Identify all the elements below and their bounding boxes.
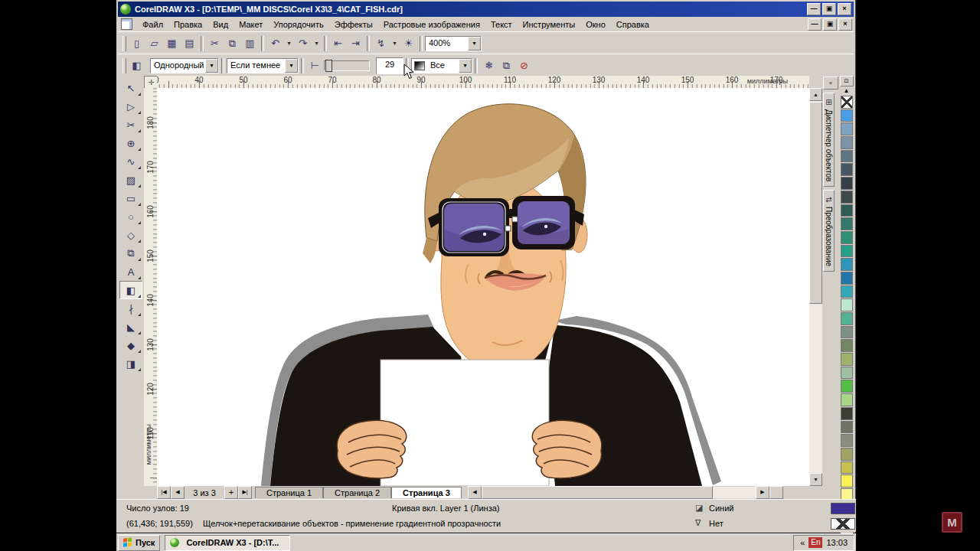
docker-tab[interactable]: ⊞ Диспетчер объектов	[823, 93, 835, 187]
interactive-fill-tool[interactable]: ◨	[119, 354, 142, 373]
palette-swatch[interactable]	[841, 109, 853, 122]
menu-item[interactable]: Растровые изображения	[378, 18, 485, 31]
transparency-tool-icon[interactable]: ◧	[128, 57, 145, 74]
freeze-transparency-icon[interactable]: ❄	[480, 57, 498, 74]
print-icon[interactable]: ▤	[181, 35, 198, 52]
transparency-target-combo[interactable]: Все ▾	[411, 58, 472, 73]
palette-swatch[interactable]	[841, 353, 853, 366]
propbar-grip[interactable]	[122, 58, 126, 73]
collapse-dockers-icon[interactable]: «	[823, 77, 838, 90]
zoom-tool[interactable]: ⊕	[119, 134, 142, 152]
outline-tool[interactable]: ◣	[119, 318, 142, 336]
palette-swatch[interactable]	[841, 136, 853, 149]
palette-swatch[interactable]	[841, 163, 853, 176]
hscroll-left-icon[interactable]: ◀	[468, 486, 482, 499]
docker-tab[interactable]: ⇄ Преобразование	[823, 190, 835, 272]
palette-swatch[interactable]	[841, 177, 853, 190]
text-tool[interactable]: А	[119, 262, 142, 281]
add-page-icon[interactable]: +	[224, 486, 238, 499]
polygon-tool[interactable]: ◇	[119, 226, 142, 244]
horizontal-ruler[interactable]: 30405060708090100110120130140150160170 м…	[157, 76, 809, 88]
palette-swatch[interactable]	[841, 407, 853, 420]
restore-button[interactable]: ▣	[822, 3, 836, 15]
rectangle-tool[interactable]: ▭	[119, 189, 142, 207]
palette-swatch[interactable]	[841, 298, 853, 311]
menu-item[interactable]: Справка	[611, 18, 655, 31]
knife-tool[interactable]: ✂	[119, 116, 142, 134]
start-button[interactable]: Пуск	[118, 535, 160, 551]
last-page-icon[interactable]: ▶|	[238, 486, 252, 499]
selection-handle[interactable]	[505, 226, 511, 231]
selection-handle[interactable]	[512, 217, 518, 222]
palette-swatch[interactable]	[841, 272, 853, 285]
menu-item[interactable]: Эффекты	[329, 18, 378, 31]
no-transparency-icon[interactable]: ⊘	[515, 57, 533, 74]
transparency-tool[interactable]: ◧	[119, 281, 142, 299]
copy-transparency-icon[interactable]: ⧉	[498, 57, 515, 74]
new-icon[interactable]: ▯	[128, 35, 145, 52]
menu-item[interactable]: Макет	[234, 18, 268, 31]
document-icon[interactable]	[121, 18, 132, 30]
close-button[interactable]: ×	[838, 3, 851, 15]
mdi-close-button[interactable]: ×	[838, 18, 852, 31]
scroll-up-icon[interactable]: ▲	[809, 88, 822, 101]
palette-swatch[interactable]	[841, 393, 853, 406]
prev-page-icon[interactable]: ◀	[171, 486, 185, 499]
palette-swatch[interactable]	[841, 231, 853, 244]
freehand-tool[interactable]: ∿	[119, 152, 142, 171]
transparency-operation-value[interactable]: Если темнее	[227, 59, 285, 73]
page-tab[interactable]: Страница 3	[391, 487, 462, 498]
palette-swatch[interactable]	[841, 367, 853, 380]
zoom-level-value[interactable]: 400%	[426, 37, 468, 51]
menu-item[interactable]: Инструменты	[518, 18, 581, 31]
smart-fill-tool[interactable]: ▨	[119, 171, 142, 189]
transparency-target-value[interactable]: Все	[427, 59, 459, 73]
palette-scroll-up-icon[interactable]: ▲	[841, 86, 853, 96]
minimize-button[interactable]: —	[807, 3, 821, 15]
palette-swatch[interactable]	[841, 312, 853, 325]
redo-dropdown-icon[interactable]: ▾	[312, 35, 322, 52]
vertical-scrollbar[interactable]: ▲ ▼	[809, 88, 822, 486]
palette-swatch[interactable]	[841, 421, 853, 434]
palette-swatch[interactable]	[841, 150, 853, 163]
palette-swatch[interactable]	[841, 448, 853, 461]
palette-swatch[interactable]	[841, 474, 853, 487]
page-tab[interactable]: Страница 2	[323, 487, 391, 498]
launcher-dropdown-icon[interactable]: ▾	[390, 35, 400, 52]
transparency-slider[interactable]	[324, 60, 370, 71]
palette-swatch[interactable]	[841, 380, 853, 393]
transparency-amount-input[interactable]: 29	[376, 57, 403, 74]
palette-swatch[interactable]	[841, 339, 853, 352]
undo-dropdown-icon[interactable]: ▾	[284, 35, 294, 52]
menu-item[interactable]: Окно	[580, 18, 611, 31]
zoom-dropdown-icon[interactable]: ▾	[468, 37, 481, 51]
menu-item[interactable]: Упорядочить	[268, 18, 328, 31]
palette-swatch[interactable]	[841, 96, 853, 109]
menu-item[interactable]: Правка	[168, 18, 207, 31]
tray-chevron-icon[interactable]: «	[800, 538, 805, 547]
eyedropper-tool[interactable]: ∤	[119, 299, 142, 318]
first-page-icon[interactable]: |◀	[157, 486, 171, 499]
redo-icon[interactable]: ↷	[294, 35, 312, 52]
palette-swatch[interactable]	[841, 122, 853, 135]
hscroll-thumb[interactable]	[482, 486, 713, 499]
palette-swatch[interactable]	[841, 245, 853, 258]
zoom-level-combo[interactable]: 400% ▾	[425, 36, 482, 51]
vscroll-thumb[interactable]	[809, 102, 822, 304]
menu-item[interactable]: Вид	[207, 18, 234, 31]
transparency-operation-combo[interactable]: Если темнее ▾	[227, 58, 299, 73]
drawing-canvas[interactable]	[157, 88, 809, 486]
basic-shapes-tool[interactable]: ⧉	[119, 244, 142, 262]
palette-swatch[interactable]	[841, 258, 853, 271]
pick-tool[interactable]: ↖	[119, 79, 142, 97]
palette-swatch[interactable]	[841, 217, 853, 230]
language-indicator[interactable]: En	[808, 537, 822, 548]
palette-swatch[interactable]	[841, 285, 853, 298]
operation-dropdown-icon[interactable]: ▾	[285, 59, 298, 73]
vertical-ruler[interactable]: 180170160150140130120110 миллиметры	[144, 88, 157, 486]
palette-swatch[interactable]	[841, 204, 853, 217]
open-icon[interactable]: ▱	[145, 35, 163, 52]
toolbar-grip[interactable]	[122, 36, 126, 51]
shape-tool[interactable]: ▷	[119, 97, 142, 116]
palette-options-icon[interactable]: ⊡	[840, 76, 854, 86]
